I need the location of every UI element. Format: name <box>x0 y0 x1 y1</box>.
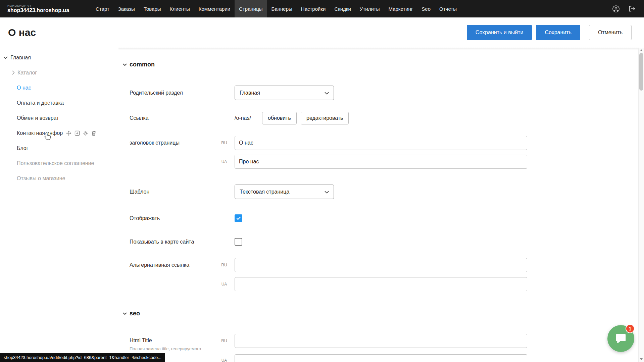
page-title-field-label: заголовок страницы <box>130 140 180 146</box>
sidebar-item-glavnaya[interactable]: Главная <box>0 50 118 65</box>
alt-link-label: Альтернативная ссылка <box>130 262 189 268</box>
logo[interactable]: HOROSHOP V4 shop34423.horoshop.ua <box>0 0 91 17</box>
header-buttons: Сохранить и выйти Сохранить Отменить <box>467 25 632 40</box>
link-refresh-button[interactable]: обновить <box>262 112 297 124</box>
menu-item-seo[interactable]: Seo <box>417 0 435 17</box>
menu-item-nastroyki[interactable]: Настройки <box>297 0 330 17</box>
chevron-right-icon[interactable] <box>12 70 15 75</box>
sidebar-item-label: Отзывы о магазине <box>17 175 65 182</box>
sidebar-item-blog[interactable]: Блог <box>0 141 118 156</box>
trash-icon[interactable] <box>91 131 96 136</box>
section-seo[interactable]: seo <box>123 310 140 317</box>
alt-link-ru-input[interactable] <box>235 258 527 272</box>
sidebar-item-label: Оплата и доставка <box>17 100 64 106</box>
logo-version-label: HOROSHOP V4 <box>7 4 91 7</box>
check-icon <box>236 216 241 220</box>
lang-ru-badge: RU <box>218 141 231 145</box>
lang-ua-badge: UA <box>218 358 231 362</box>
page-edit-form: common Родительский раздел Главная Ссылк… <box>118 48 638 362</box>
sidebar-item-otzyvy-o-magazine[interactable]: Отзывы о магазине <box>0 171 118 186</box>
chevron-down-icon[interactable] <box>3 56 8 59</box>
template-select[interactable]: Текстовая страница <box>235 185 334 199</box>
parent-section-value: Главная <box>240 90 260 96</box>
sidebar-item-polzovatelskoe-soglashenie[interactable]: Пользовательское соглашение <box>0 156 118 171</box>
sitemap-checkbox[interactable] <box>235 238 242 246</box>
scroll-up-arrow[interactable] <box>640 49 643 51</box>
chevron-down-icon <box>123 312 127 315</box>
add-page-icon[interactable] <box>75 131 80 136</box>
lang-ru-badge: RU <box>218 339 231 343</box>
chat-icon <box>614 332 627 345</box>
link-edit-button[interactable]: редактировать <box>301 112 349 124</box>
sidebar-item-label: Обмен и возврат <box>17 115 59 121</box>
html-title-hint: Полная замена title, генерируемого <box>130 346 201 351</box>
parent-section-select[interactable]: Главная <box>235 86 334 100</box>
menu-item-marketing[interactable]: Маркетинг <box>384 0 417 17</box>
menu-item-bannery[interactable]: Баннеры <box>267 0 297 17</box>
menu-item-otchety[interactable]: Отчеты <box>435 0 461 17</box>
pages-tree-sidebar: Главная Каталог О нас Оплата и доставка … <box>0 48 118 362</box>
user-account-icon[interactable] <box>612 5 620 13</box>
sitemap-label: Показывать в карте сайта <box>130 239 194 245</box>
html-title-ru-input[interactable] <box>235 334 527 348</box>
section-common[interactable]: common <box>123 61 155 68</box>
topbar-right-actions <box>612 0 644 17</box>
sidebar-item-o-nas[interactable]: О нас <box>0 80 118 95</box>
save-button[interactable]: Сохранить <box>536 25 580 40</box>
sidebar-item-label: Каталог <box>17 70 37 76</box>
menu-item-start[interactable]: Старт <box>91 0 114 17</box>
scroll-shadow <box>118 48 638 50</box>
page-header: О нас Сохранить и выйти Сохранить Отмени… <box>0 17 644 48</box>
sidebar-item-kontaktnaya-infor[interactable]: Контактная инфор <box>0 125 118 141</box>
menu-item-stranitsy[interactable]: Страницы <box>235 0 267 17</box>
sidebar-item-label: Блог <box>17 145 29 151</box>
template-value: Текстовая страница <box>240 189 289 195</box>
lang-ua-badge: UA <box>218 282 231 287</box>
section-seo-label: seo <box>130 310 140 317</box>
menu-item-utility[interactable]: Утилиты <box>355 0 384 17</box>
menu-item-kommentarii[interactable]: Комментарии <box>194 0 235 17</box>
scroll-down-arrow[interactable] <box>640 358 643 360</box>
html-title-ua-input[interactable] <box>235 354 527 362</box>
main-menu: Старт Заказы Товары Клиенты Комментарии … <box>91 0 461 17</box>
sidebar-item-label: Пользовательское соглашение <box>17 160 94 166</box>
menu-item-klienty[interactable]: Клиенты <box>165 0 194 17</box>
gear-icon[interactable] <box>83 131 88 136</box>
page-title: О нас <box>8 27 36 38</box>
menu-item-skidki[interactable]: Скидки <box>330 0 355 17</box>
menu-item-tovary[interactable]: Товары <box>139 0 165 17</box>
chevron-down-icon <box>123 63 127 66</box>
lang-ua-badge: UA <box>218 159 231 164</box>
cancel-button[interactable]: Отменить <box>589 25 632 40</box>
shop-domain-label: shop34423.horoshop.ua <box>7 7 91 13</box>
logout-icon[interactable] <box>628 5 636 13</box>
vertical-scrollbar <box>638 48 644 362</box>
template-label: Шаблон <box>130 189 149 195</box>
sidebar-item-label: О нас <box>17 85 31 91</box>
display-checkbox[interactable] <box>235 214 242 222</box>
app-window: HOROSHOP V4 shop34423.horoshop.ua Старт … <box>0 0 644 362</box>
sidebar-item-katalog[interactable]: Каталог <box>0 65 118 80</box>
page-title-ru-input[interactable] <box>235 136 527 150</box>
page-title-ua-input[interactable] <box>235 155 527 169</box>
chat-unread-badge: 1 <box>626 324 635 333</box>
link-label: Ссылка <box>130 115 149 121</box>
move-icon[interactable] <box>66 131 71 136</box>
menu-item-zakazy[interactable]: Заказы <box>114 0 139 17</box>
link-path-value: /o-nas/ <box>235 115 251 121</box>
parent-section-label: Родительский раздел <box>130 90 183 96</box>
tree-item-actions <box>66 131 96 136</box>
sidebar-item-label: Главная <box>10 55 31 61</box>
top-navigation-bar: HOROSHOP V4 shop34423.horoshop.ua Старт … <box>0 0 644 17</box>
sidebar-item-oplata-i-dostavka[interactable]: Оплата и доставка <box>0 95 118 110</box>
chevron-down-icon <box>325 90 329 96</box>
pages-tree: Главная Каталог О нас Оплата и доставка … <box>0 50 118 186</box>
alt-link-ua-input[interactable] <box>235 277 527 291</box>
sidebar-item-obmen-i-vozvrat[interactable]: Обмен и возврат <box>0 110 118 125</box>
sidebar-item-label: Контактная инфор <box>17 130 63 136</box>
html-title-label: Html Title <box>130 338 152 344</box>
chat-widget-button[interactable]: 1 <box>607 325 634 352</box>
scrollbar-thumb[interactable] <box>639 53 643 91</box>
save-and-exit-button[interactable]: Сохранить и выйти <box>467 25 532 40</box>
link-status-bar: shop34423.horoshop.ua/edit/edit.php?id=6… <box>0 353 165 362</box>
